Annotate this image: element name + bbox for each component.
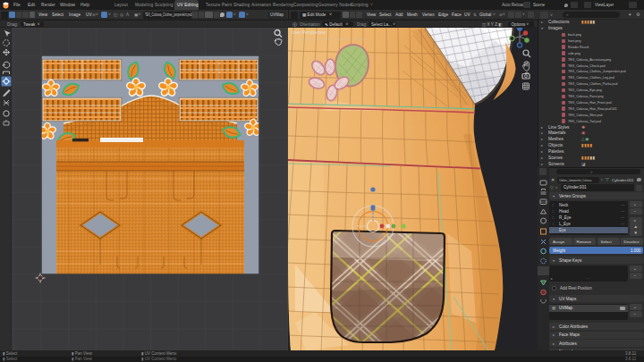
svg-text:User Perspective: User Perspective xyxy=(292,29,326,35)
svg-text:(1) Collection | Clothes_Jumpe: (1) Collection | Clothes_Jumperskirt_Col… xyxy=(292,37,367,41)
